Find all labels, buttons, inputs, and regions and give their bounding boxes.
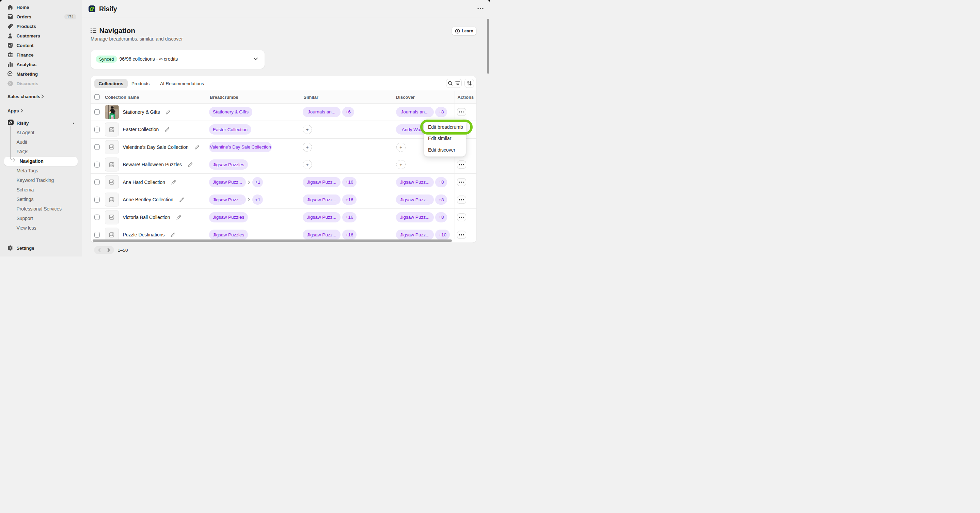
- svg-text:?: ?: [457, 29, 459, 33]
